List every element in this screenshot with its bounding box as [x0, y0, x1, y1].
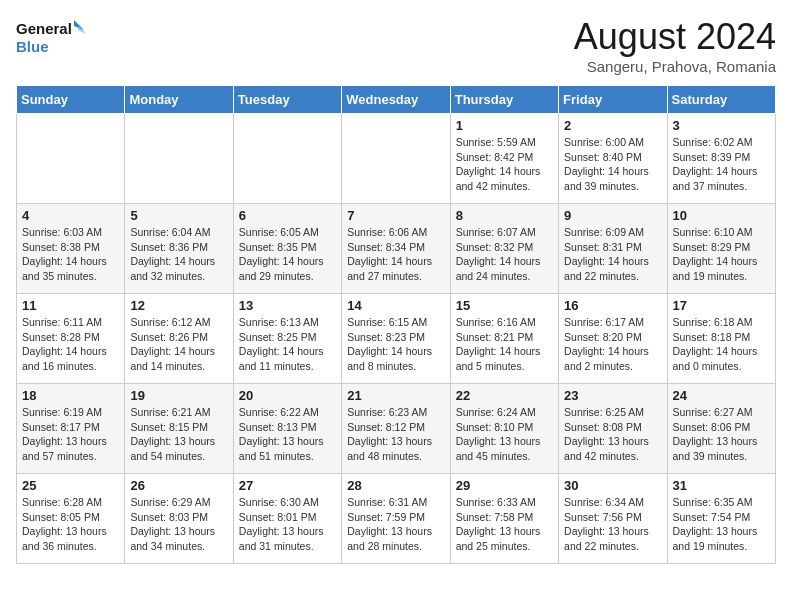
- calendar-table: SundayMondayTuesdayWednesdayThursdayFrid…: [16, 85, 776, 564]
- calendar-cell: 8Sunrise: 6:07 AM Sunset: 8:32 PM Daylig…: [450, 204, 558, 294]
- day-number: 8: [456, 208, 553, 223]
- day-info: Sunrise: 6:19 AM Sunset: 8:17 PM Dayligh…: [22, 405, 119, 464]
- calendar-cell: 24Sunrise: 6:27 AM Sunset: 8:06 PM Dayli…: [667, 384, 775, 474]
- calendar-cell: 20Sunrise: 6:22 AM Sunset: 8:13 PM Dayli…: [233, 384, 341, 474]
- day-info: Sunrise: 6:18 AM Sunset: 8:18 PM Dayligh…: [673, 315, 770, 374]
- calendar-week-row: 11Sunrise: 6:11 AM Sunset: 8:28 PM Dayli…: [17, 294, 776, 384]
- svg-text:General: General: [16, 20, 72, 37]
- calendar-cell: 13Sunrise: 6:13 AM Sunset: 8:25 PM Dayli…: [233, 294, 341, 384]
- location-subtitle: Sangeru, Prahova, Romania: [574, 58, 776, 75]
- calendar-cell: [17, 114, 125, 204]
- day-number: 15: [456, 298, 553, 313]
- day-number: 27: [239, 478, 336, 493]
- calendar-week-row: 4Sunrise: 6:03 AM Sunset: 8:38 PM Daylig…: [17, 204, 776, 294]
- title-block: August 2024 Sangeru, Prahova, Romania: [574, 16, 776, 75]
- day-info: Sunrise: 6:11 AM Sunset: 8:28 PM Dayligh…: [22, 315, 119, 374]
- day-info: Sunrise: 5:59 AM Sunset: 8:42 PM Dayligh…: [456, 135, 553, 194]
- weekday-header: Wednesday: [342, 86, 450, 114]
- calendar-cell: 27Sunrise: 6:30 AM Sunset: 8:01 PM Dayli…: [233, 474, 341, 564]
- day-number: 12: [130, 298, 227, 313]
- calendar-cell: 29Sunrise: 6:33 AM Sunset: 7:58 PM Dayli…: [450, 474, 558, 564]
- day-number: 13: [239, 298, 336, 313]
- day-info: Sunrise: 6:28 AM Sunset: 8:05 PM Dayligh…: [22, 495, 119, 554]
- calendar-cell: 7Sunrise: 6:06 AM Sunset: 8:34 PM Daylig…: [342, 204, 450, 294]
- day-info: Sunrise: 6:31 AM Sunset: 7:59 PM Dayligh…: [347, 495, 444, 554]
- calendar-cell: 3Sunrise: 6:02 AM Sunset: 8:39 PM Daylig…: [667, 114, 775, 204]
- day-number: 28: [347, 478, 444, 493]
- calendar-cell: [233, 114, 341, 204]
- day-number: 30: [564, 478, 661, 493]
- calendar-cell: 11Sunrise: 6:11 AM Sunset: 8:28 PM Dayli…: [17, 294, 125, 384]
- calendar-cell: 9Sunrise: 6:09 AM Sunset: 8:31 PM Daylig…: [559, 204, 667, 294]
- logo-svg: General Blue: [16, 16, 86, 60]
- day-info: Sunrise: 6:33 AM Sunset: 7:58 PM Dayligh…: [456, 495, 553, 554]
- calendar-cell: 5Sunrise: 6:04 AM Sunset: 8:36 PM Daylig…: [125, 204, 233, 294]
- day-number: 1: [456, 118, 553, 133]
- page-header: General Blue August 2024 Sangeru, Prahov…: [16, 16, 776, 75]
- day-number: 9: [564, 208, 661, 223]
- day-number: 3: [673, 118, 770, 133]
- day-info: Sunrise: 6:03 AM Sunset: 8:38 PM Dayligh…: [22, 225, 119, 284]
- day-number: 25: [22, 478, 119, 493]
- day-number: 20: [239, 388, 336, 403]
- day-info: Sunrise: 6:35 AM Sunset: 7:54 PM Dayligh…: [673, 495, 770, 554]
- day-info: Sunrise: 6:00 AM Sunset: 8:40 PM Dayligh…: [564, 135, 661, 194]
- weekday-header: Thursday: [450, 86, 558, 114]
- calendar-cell: 31Sunrise: 6:35 AM Sunset: 7:54 PM Dayli…: [667, 474, 775, 564]
- day-info: Sunrise: 6:02 AM Sunset: 8:39 PM Dayligh…: [673, 135, 770, 194]
- day-info: Sunrise: 6:24 AM Sunset: 8:10 PM Dayligh…: [456, 405, 553, 464]
- day-info: Sunrise: 6:30 AM Sunset: 8:01 PM Dayligh…: [239, 495, 336, 554]
- calendar-cell: 1Sunrise: 5:59 AM Sunset: 8:42 PM Daylig…: [450, 114, 558, 204]
- day-number: 17: [673, 298, 770, 313]
- weekday-header-row: SundayMondayTuesdayWednesdayThursdayFrid…: [17, 86, 776, 114]
- calendar-cell: 6Sunrise: 6:05 AM Sunset: 8:35 PM Daylig…: [233, 204, 341, 294]
- day-info: Sunrise: 6:13 AM Sunset: 8:25 PM Dayligh…: [239, 315, 336, 374]
- weekday-header: Friday: [559, 86, 667, 114]
- weekday-header: Tuesday: [233, 86, 341, 114]
- day-number: 26: [130, 478, 227, 493]
- day-info: Sunrise: 6:21 AM Sunset: 8:15 PM Dayligh…: [130, 405, 227, 464]
- day-info: Sunrise: 6:27 AM Sunset: 8:06 PM Dayligh…: [673, 405, 770, 464]
- day-info: Sunrise: 6:29 AM Sunset: 8:03 PM Dayligh…: [130, 495, 227, 554]
- day-info: Sunrise: 6:34 AM Sunset: 7:56 PM Dayligh…: [564, 495, 661, 554]
- calendar-cell: 28Sunrise: 6:31 AM Sunset: 7:59 PM Dayli…: [342, 474, 450, 564]
- weekday-header: Saturday: [667, 86, 775, 114]
- day-info: Sunrise: 6:09 AM Sunset: 8:31 PM Dayligh…: [564, 225, 661, 284]
- logo: General Blue: [16, 16, 86, 60]
- day-number: 11: [22, 298, 119, 313]
- day-number: 10: [673, 208, 770, 223]
- calendar-cell: 10Sunrise: 6:10 AM Sunset: 8:29 PM Dayli…: [667, 204, 775, 294]
- calendar-cell: 18Sunrise: 6:19 AM Sunset: 8:17 PM Dayli…: [17, 384, 125, 474]
- day-number: 14: [347, 298, 444, 313]
- day-number: 29: [456, 478, 553, 493]
- calendar-cell: 22Sunrise: 6:24 AM Sunset: 8:10 PM Dayli…: [450, 384, 558, 474]
- calendar-cell: 15Sunrise: 6:16 AM Sunset: 8:21 PM Dayli…: [450, 294, 558, 384]
- day-info: Sunrise: 6:10 AM Sunset: 8:29 PM Dayligh…: [673, 225, 770, 284]
- svg-marker-3: [78, 24, 86, 34]
- day-number: 18: [22, 388, 119, 403]
- calendar-cell: 14Sunrise: 6:15 AM Sunset: 8:23 PM Dayli…: [342, 294, 450, 384]
- day-info: Sunrise: 6:12 AM Sunset: 8:26 PM Dayligh…: [130, 315, 227, 374]
- day-info: Sunrise: 6:04 AM Sunset: 8:36 PM Dayligh…: [130, 225, 227, 284]
- calendar-cell: 17Sunrise: 6:18 AM Sunset: 8:18 PM Dayli…: [667, 294, 775, 384]
- day-info: Sunrise: 6:07 AM Sunset: 8:32 PM Dayligh…: [456, 225, 553, 284]
- calendar-cell: 4Sunrise: 6:03 AM Sunset: 8:38 PM Daylig…: [17, 204, 125, 294]
- day-info: Sunrise: 6:23 AM Sunset: 8:12 PM Dayligh…: [347, 405, 444, 464]
- day-number: 4: [22, 208, 119, 223]
- day-number: 22: [456, 388, 553, 403]
- calendar-cell: 26Sunrise: 6:29 AM Sunset: 8:03 PM Dayli…: [125, 474, 233, 564]
- calendar-cell: 19Sunrise: 6:21 AM Sunset: 8:15 PM Dayli…: [125, 384, 233, 474]
- calendar-cell: 16Sunrise: 6:17 AM Sunset: 8:20 PM Dayli…: [559, 294, 667, 384]
- calendar-week-row: 25Sunrise: 6:28 AM Sunset: 8:05 PM Dayli…: [17, 474, 776, 564]
- calendar-cell: [125, 114, 233, 204]
- calendar-week-row: 18Sunrise: 6:19 AM Sunset: 8:17 PM Dayli…: [17, 384, 776, 474]
- day-info: Sunrise: 6:15 AM Sunset: 8:23 PM Dayligh…: [347, 315, 444, 374]
- calendar-cell: 12Sunrise: 6:12 AM Sunset: 8:26 PM Dayli…: [125, 294, 233, 384]
- day-number: 5: [130, 208, 227, 223]
- day-info: Sunrise: 6:05 AM Sunset: 8:35 PM Dayligh…: [239, 225, 336, 284]
- day-number: 31: [673, 478, 770, 493]
- day-info: Sunrise: 6:17 AM Sunset: 8:20 PM Dayligh…: [564, 315, 661, 374]
- day-number: 6: [239, 208, 336, 223]
- calendar-cell: [342, 114, 450, 204]
- calendar-cell: 25Sunrise: 6:28 AM Sunset: 8:05 PM Dayli…: [17, 474, 125, 564]
